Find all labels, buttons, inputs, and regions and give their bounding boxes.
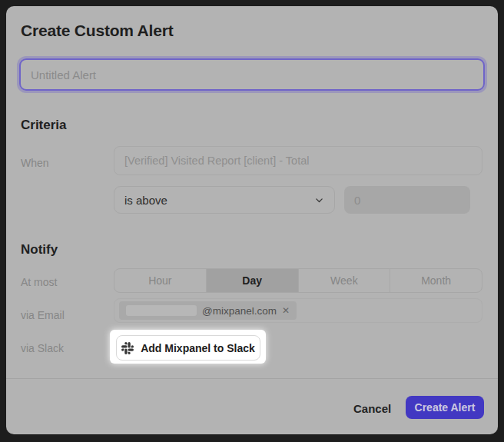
condition-value: is above — [124, 194, 167, 207]
frequency-option-day[interactable]: Day — [206, 269, 298, 292]
chevron-down-icon — [314, 195, 324, 205]
create-custom-alert-dialog: Create Custom Alert Criteria When [Verif… — [6, 6, 498, 434]
add-mixpanel-to-slack-button[interactable]: Add Mixpanel to Slack — [116, 335, 260, 361]
when-label: When — [21, 157, 49, 169]
email-recipients-field[interactable]: @mixpanel.com ✕ — [114, 298, 482, 323]
dialog-title: Create Custom Alert — [21, 22, 173, 40]
alert-name-input[interactable] — [19, 58, 485, 91]
frequency-segmented-control: Hour Day Week Month — [114, 268, 482, 293]
chip-remove-icon[interactable]: ✕ — [282, 306, 290, 315]
footer-divider — [6, 378, 498, 379]
slack-button-label: Add Mixpanel to Slack — [141, 342, 255, 354]
metric-field[interactable]: [Verified] Visited Report [client] - Tot… — [114, 146, 482, 175]
criteria-heading: Criteria — [21, 118, 67, 133]
notify-heading: Notify — [21, 242, 58, 258]
redacted-email-name — [126, 305, 197, 316]
create-alert-button[interactable]: Create Alert — [406, 396, 484, 419]
via-email-label: via Email — [21, 309, 65, 321]
frequency-option-hour[interactable]: Hour — [114, 269, 206, 292]
email-chip: @mixpanel.com ✕ — [119, 301, 297, 320]
email-domain: @mixpanel.com — [202, 305, 277, 317]
condition-select[interactable]: is above — [114, 186, 335, 214]
frequency-option-month[interactable]: Month — [390, 269, 482, 292]
at-most-label: At most — [21, 276, 57, 288]
cancel-button[interactable]: Cancel — [343, 397, 402, 420]
via-slack-label: via Slack — [21, 342, 64, 354]
slack-icon — [121, 342, 134, 354]
metric-value: [Verified] Visited Report [client] - Tot… — [124, 155, 309, 167]
frequency-option-week[interactable]: Week — [298, 269, 390, 292]
threshold-input[interactable] — [344, 186, 470, 214]
